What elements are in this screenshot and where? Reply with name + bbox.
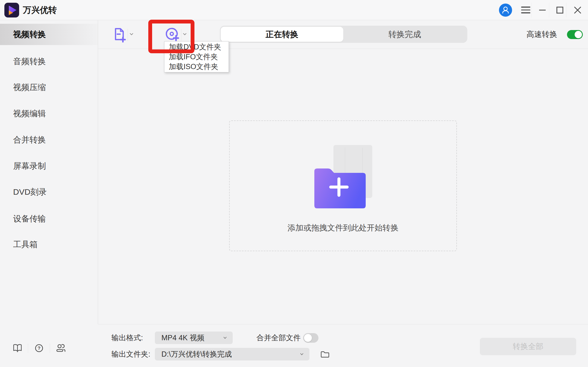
folder-graphic	[314, 164, 368, 208]
convert-all-button[interactable]: 转换全部	[480, 338, 576, 355]
add-dvd-icon	[164, 26, 180, 42]
convert-tabbar: 正在转换 转换完成	[220, 26, 467, 43]
sidebar-item-video-compress[interactable]: 视频压缩	[0, 77, 98, 98]
titlebar-separator	[566, 3, 566, 17]
high-speed-toggle[interactable]	[567, 30, 583, 39]
chevron-down-icon	[129, 33, 134, 35]
load-dvd-dropdown-arrow[interactable]	[183, 33, 187, 35]
menu-icon[interactable]	[521, 7, 530, 14]
app-logo-icon	[4, 3, 19, 17]
output-folder-value: D:\万兴优转\转换完成	[161, 350, 232, 358]
footer-divider	[98, 324, 588, 324]
merge-all-toggle[interactable]	[303, 333, 318, 343]
toolbar-separator	[128, 29, 128, 41]
footer-icon-separator	[28, 344, 28, 353]
people-icon	[56, 344, 66, 353]
titlebar-separator	[549, 3, 549, 17]
high-speed-label: 高速转换	[527, 26, 557, 43]
user-avatar[interactable]	[499, 4, 512, 17]
browse-folder-button[interactable]	[320, 349, 330, 360]
chevron-down-icon	[223, 337, 227, 339]
titlebar-separator	[531, 3, 532, 17]
sidebar-item-device-transfer[interactable]: 设备传输	[0, 208, 98, 229]
close-icon	[574, 6, 582, 14]
load-dvd-menu: 加载DVD文件夹 加载IFO文件夹 加载ISO文件夹	[164, 41, 229, 72]
menu-item-load-dvd-folder[interactable]: 加载DVD文件夹	[164, 42, 229, 52]
menu-item-load-iso-folder[interactable]: 加载ISO文件夹	[164, 62, 229, 72]
help-button[interactable]: ?	[34, 343, 45, 354]
sidebar-item-dvd-burn[interactable]: DVD刻录	[0, 181, 98, 203]
title-bar: 万兴优转	[0, 0, 588, 20]
add-file-dropdown-arrow[interactable]	[129, 33, 134, 35]
add-file-icon	[113, 27, 126, 43]
close-button[interactable]	[571, 0, 584, 20]
app-window: 万兴优转 视频转换 音频转换 视频压缩 视频编辑 合并转换 屏幕录制 DVD刻录…	[0, 0, 588, 367]
tab-converting[interactable]: 正在转换	[221, 27, 343, 42]
sidebar-border	[98, 20, 98, 324]
minimize-button[interactable]	[536, 0, 549, 20]
minimize-icon	[539, 6, 546, 14]
community-button[interactable]	[55, 343, 66, 354]
sidebar-item-video-convert[interactable]: 视频转换	[0, 24, 98, 45]
footer-icon-separator	[50, 344, 50, 353]
merge-all-label: 合并全部文件	[256, 332, 301, 344]
output-format-select[interactable]: MP4 4K 视频	[155, 332, 233, 344]
sidebar-item-video-edit[interactable]: 视频编辑	[0, 103, 98, 124]
output-folder-select[interactable]: D:\万兴优转\转换完成	[155, 348, 309, 360]
folder-icon	[320, 350, 330, 359]
output-format-label: 输出格式:	[111, 332, 143, 344]
maximize-icon	[556, 6, 564, 14]
app-title: 万兴优转	[23, 0, 57, 20]
sidebar-item-toolbox[interactable]: 工具箱	[0, 234, 98, 255]
book-icon	[13, 344, 22, 353]
file-drop-zone[interactable]: 添加或拖拽文件到此处开始转换	[229, 120, 457, 251]
toggle-knob	[304, 334, 312, 342]
load-dvd-button[interactable]	[164, 26, 180, 42]
sidebar-item-merge-convert[interactable]: 合并转换	[0, 129, 98, 150]
sidebar-item-screen-record[interactable]: 屏幕录制	[0, 155, 98, 177]
maximize-button[interactable]	[554, 0, 566, 20]
guide-button[interactable]	[12, 343, 23, 354]
toggle-knob	[575, 31, 582, 38]
sidebar-item-audio-convert[interactable]: 音频转换	[0, 51, 98, 72]
tab-finished[interactable]: 转换完成	[343, 26, 466, 43]
drop-zone-hint: 添加或拖拽文件到此处开始转换	[230, 223, 456, 233]
output-folder-label: 输出文件夹:	[111, 348, 150, 360]
add-folder-icon	[314, 145, 372, 208]
menu-item-load-ifo-folder[interactable]: 加载IFO文件夹	[164, 52, 229, 62]
toolbar-separator	[181, 29, 181, 41]
chevron-down-icon	[183, 33, 187, 35]
question-icon: ?	[34, 344, 44, 353]
add-file-button[interactable]	[113, 27, 126, 43]
output-format-value: MP4 4K 视频	[161, 334, 205, 342]
svg-text:?: ?	[38, 346, 40, 351]
chevron-down-icon	[300, 353, 303, 355]
